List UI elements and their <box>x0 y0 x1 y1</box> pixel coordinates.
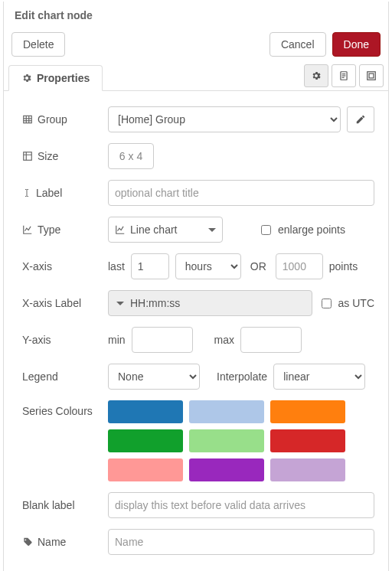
document-icon <box>338 70 349 81</box>
type-select[interactable]: Line chart <box>108 217 223 243</box>
yaxis-min-input[interactable] <box>132 327 193 353</box>
gear-icon <box>21 73 32 83</box>
tab-properties[interactable]: Properties <box>8 65 103 91</box>
text-cursor-icon <box>22 188 31 198</box>
label-input[interactable] <box>108 180 374 206</box>
svg-rect-5 <box>369 73 374 78</box>
blank-label-label: Blank label <box>22 499 75 511</box>
utc-label: as UTC <box>338 297 374 309</box>
yaxis-min-text: min <box>108 334 126 346</box>
dialog-action-bar: Delete Cancel Done <box>4 26 388 64</box>
interpolate-label: Interpolate <box>217 370 267 383</box>
xaxislabel-value: HH:mm:ss <box>130 297 180 309</box>
xaxis-last-value[interactable] <box>131 253 169 279</box>
enlarge-points-wrap[interactable]: enlarge points <box>258 223 345 237</box>
grid-icon <box>22 114 33 125</box>
group-label: Group <box>38 113 67 126</box>
line-chart-icon <box>22 224 33 235</box>
utc-wrap[interactable]: as UTC <box>318 296 374 311</box>
colour-swatch[interactable] <box>189 429 264 452</box>
xaxis-points-text: points <box>329 260 358 272</box>
svg-rect-4 <box>368 72 376 80</box>
dialog-title: Edit chart node <box>4 2 388 26</box>
enlarge-points-checkbox[interactable] <box>261 225 271 235</box>
view-settings-button[interactable] <box>304 64 328 87</box>
resize-icon <box>22 151 33 162</box>
tag-icon <box>22 537 33 547</box>
tabs-bar: Properties <box>4 64 388 91</box>
colour-swatch[interactable] <box>270 400 345 423</box>
properties-panel: Group [Home] Group Size 6 x 4 <box>4 91 388 571</box>
name-label: Name <box>38 536 66 548</box>
xaxis-points-input[interactable] <box>276 253 323 279</box>
yaxis-max-text: max <box>214 334 234 346</box>
blank-label-input[interactable] <box>108 492 374 518</box>
xaxis-label: X-axis <box>22 260 52 272</box>
legend-select[interactable]: None <box>108 364 200 390</box>
colour-swatch[interactable] <box>270 458 345 481</box>
size-field[interactable]: 6 x 4 <box>108 143 154 169</box>
size-label: Size <box>38 150 58 162</box>
edit-group-button[interactable] <box>347 106 374 132</box>
svg-rect-6 <box>24 116 32 122</box>
chevron-down-icon <box>116 302 124 309</box>
series-colours-label: Series Colours <box>22 405 93 417</box>
view-info-button[interactable] <box>332 64 356 87</box>
name-input[interactable] <box>108 529 374 555</box>
enlarge-points-label: enlarge points <box>278 224 345 236</box>
colour-swatch[interactable] <box>108 458 183 481</box>
colour-swatch[interactable] <box>270 429 345 452</box>
frame-icon <box>366 70 377 81</box>
tab-properties-label: Properties <box>37 72 90 84</box>
colour-swatch[interactable] <box>189 458 264 481</box>
xaxis-unit-select[interactable]: hours <box>175 253 241 279</box>
line-chart-icon <box>115 224 126 235</box>
label-label: Label <box>36 187 62 199</box>
yaxis-label: Y-axis <box>22 334 51 346</box>
type-value: Line chart <box>130 224 177 236</box>
utc-checkbox[interactable] <box>322 299 332 308</box>
xaxislabel-label: X-axis Label <box>22 297 81 309</box>
delete-button[interactable]: Delete <box>11 32 65 57</box>
type-label: Type <box>38 224 60 236</box>
legend-label: Legend <box>22 370 58 383</box>
xaxislabel-input[interactable]: HH:mm:ss <box>108 290 312 316</box>
colour-swatch[interactable] <box>189 400 264 423</box>
xaxis-or-text: OR <box>250 260 266 272</box>
cancel-button[interactable]: Cancel <box>270 32 326 57</box>
view-appearance-button[interactable] <box>359 64 384 87</box>
done-button[interactable]: Done <box>332 32 381 57</box>
colour-swatch[interactable] <box>108 429 183 452</box>
group-select[interactable]: [Home] Group <box>108 106 341 132</box>
colour-swatch[interactable] <box>108 400 183 423</box>
pencil-icon <box>355 114 366 125</box>
gear-icon <box>311 70 322 81</box>
series-colours-swatches <box>108 400 361 481</box>
svg-rect-11 <box>24 152 32 161</box>
edit-chart-dialog: Edit chart node Delete Cancel Done Prope… <box>3 2 389 571</box>
xaxis-last-text: last <box>108 260 125 272</box>
interpolate-select[interactable]: linear <box>273 364 365 390</box>
yaxis-max-input[interactable] <box>240 327 302 353</box>
